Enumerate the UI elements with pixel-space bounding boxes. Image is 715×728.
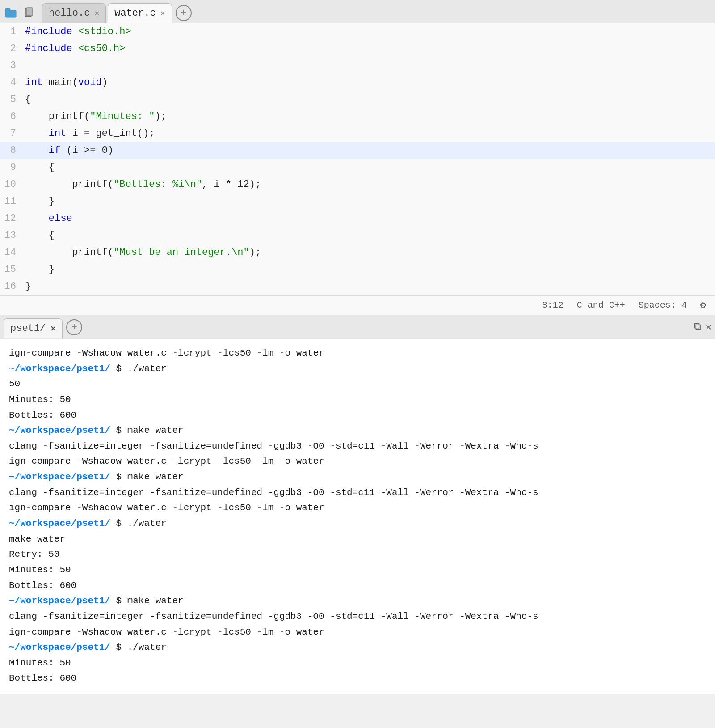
- files-icon[interactable]: [21, 6, 36, 20]
- line-content-5: {: [23, 91, 715, 108]
- line-content-8: if (i >= 0): [23, 142, 715, 159]
- terminal-line-5: ~/workspace/pset1/ $ make water: [9, 423, 706, 439]
- terminal-cmd-19: $ ./water: [110, 642, 167, 652]
- line-number-7: 7: [0, 125, 23, 142]
- terminal-line-18: ign-compare -Wshadow water.c -lcrypt -lc…: [9, 625, 706, 640]
- terminal-line-9: clang -fsanitize=integer -fsanitize=unde…: [9, 485, 706, 501]
- editor-add-tab-button[interactable]: +: [176, 5, 192, 21]
- code-line-4: 4int main(void): [0, 74, 715, 91]
- code-line-5: 5{: [0, 91, 715, 108]
- code-line-7: 7 int i = get_int();: [0, 125, 715, 142]
- terminal-cmd-8: $ make water: [110, 472, 184, 482]
- code-line-9: 9 {: [0, 159, 715, 176]
- terminal-line-4: Bottles: 600: [9, 408, 706, 423]
- terminal-prompt-8: ~/workspace/pset1/: [9, 472, 110, 482]
- editor-status-bar: 8:12 C and C++ Spaces: 4 ⚙: [0, 295, 715, 315]
- line-number-1: 1: [0, 23, 23, 40]
- terminal-tab-bar: pset1/ ✕ + ⧉ ✕: [0, 315, 715, 339]
- code-editor[interactable]: 1#include <stdio.h>2#include <cs50.h>34i…: [0, 23, 715, 295]
- svg-rect-1: [26, 8, 33, 16]
- terminal-add-tab-icon: +: [72, 322, 77, 333]
- terminal-line-13: Retry: 50: [9, 547, 706, 563]
- terminal-tab-left: pset1/ ✕ +: [4, 318, 82, 338]
- line-content-6: printf("Minutes: ");: [23, 108, 715, 125]
- tab-water-c-label: water.c: [114, 8, 156, 19]
- settings-gear-icon[interactable]: ⚙: [700, 299, 706, 311]
- line-number-4: 4: [0, 74, 23, 91]
- line-content-11: }: [23, 193, 715, 210]
- line-number-10: 10: [0, 176, 23, 193]
- terminal-close-icon[interactable]: ✕: [706, 321, 711, 333]
- line-number-11: 11: [0, 193, 23, 210]
- cursor-position: 8:12: [542, 300, 564, 310]
- terminal-tab-label: pset1/: [10, 323, 46, 334]
- code-line-14: 14 printf("Must be an integer.\n");: [0, 244, 715, 261]
- terminal-line-0: ign-compare -Wshadow water.c -lcrypt -lc…: [9, 346, 706, 361]
- terminal-line-21: Bottles: 600: [9, 671, 706, 686]
- line-content-2: #include <cs50.h>: [23, 40, 715, 57]
- line-number-13: 13: [0, 227, 23, 244]
- line-content-3: [23, 57, 715, 74]
- terminal-prompt-5: ~/workspace/pset1/: [9, 425, 110, 436]
- terminal-container: pset1/ ✕ + ⧉ ✕ ign-compare -Wshadow wate…: [0, 315, 715, 694]
- terminal-tab-pset1[interactable]: pset1/ ✕: [4, 318, 63, 338]
- terminal-tab-close[interactable]: ✕: [50, 322, 56, 334]
- folder-icon[interactable]: [4, 6, 18, 20]
- line-content-1: #include <stdio.h>: [23, 23, 715, 40]
- terminal-cmd-11: $ ./water: [110, 518, 167, 529]
- terminal-line-11: ~/workspace/pset1/ $ ./water: [9, 516, 706, 532]
- line-number-3: 3: [0, 57, 23, 74]
- code-line-3: 3: [0, 57, 715, 74]
- code-line-11: 11 }: [0, 193, 715, 210]
- line-number-16: 16: [0, 278, 23, 295]
- code-line-13: 13 {: [0, 227, 715, 244]
- terminal-line-12: make water: [9, 532, 706, 547]
- code-line-2: 2#include <cs50.h>: [0, 40, 715, 57]
- tab-hello-c-close[interactable]: ✕: [94, 9, 99, 17]
- tab-hello-c-label: hello.c: [49, 8, 90, 19]
- terminal-prompt-1: ~/workspace/pset1/: [9, 364, 110, 374]
- terminal-prompt-11: ~/workspace/pset1/: [9, 518, 110, 529]
- terminal-line-8: ~/workspace/pset1/ $ make water: [9, 470, 706, 485]
- line-content-12: else: [23, 210, 715, 227]
- line-content-4: int main(void): [23, 74, 715, 91]
- tab-hello-c[interactable]: hello.c ✕: [42, 3, 106, 23]
- terminal-cmd-16: $ make water: [110, 596, 184, 606]
- code-line-6: 6 printf("Minutes: ");: [0, 108, 715, 125]
- toolbar-icons: [4, 6, 36, 20]
- editor-container: hello.c ✕ water.c ✕ + 1#include <stdio.h…: [0, 0, 715, 315]
- terminal-line-3: Minutes: 50: [9, 392, 706, 408]
- terminal-line-1: ~/workspace/pset1/ $ ./water: [9, 361, 706, 377]
- code-line-10: 10 printf("Bottles: %i\n", i * 12);: [0, 176, 715, 193]
- terminal-line-16: ~/workspace/pset1/ $ make water: [9, 593, 706, 609]
- terminal-prompt-16: ~/workspace/pset1/: [9, 596, 110, 606]
- line-number-9: 9: [0, 159, 23, 176]
- line-number-15: 15: [0, 261, 23, 278]
- terminal-add-tab-button[interactable]: +: [66, 319, 82, 335]
- terminal-line-19: ~/workspace/pset1/ $ ./water: [9, 640, 706, 656]
- line-content-9: {: [23, 159, 715, 176]
- terminal-line-20: Minutes: 50: [9, 656, 706, 671]
- code-line-1: 1#include <stdio.h>: [0, 23, 715, 40]
- language-mode: C and C++: [577, 300, 625, 310]
- code-line-12: 12 else: [0, 210, 715, 227]
- tab-water-c-close[interactable]: ✕: [160, 9, 165, 17]
- terminal-output[interactable]: ign-compare -Wshadow water.c -lcrypt -lc…: [0, 339, 715, 694]
- line-number-12: 12: [0, 210, 23, 227]
- editor-tab-bar: hello.c ✕ water.c ✕ +: [0, 0, 715, 23]
- tab-water-c[interactable]: water.c ✕: [108, 3, 172, 23]
- code-line-16: 16}: [0, 278, 715, 295]
- terminal-line-7: ign-compare -Wshadow water.c -lcrypt -lc…: [9, 454, 706, 470]
- line-content-10: printf("Bottles: %i\n", i * 12);: [23, 176, 715, 193]
- terminal-prompt-19: ~/workspace/pset1/: [9, 642, 110, 652]
- terminal-line-10: ign-compare -Wshadow water.c -lcrypt -lc…: [9, 500, 706, 516]
- line-content-16: }: [23, 278, 715, 295]
- line-content-14: printf("Must be an integer.\n");: [23, 244, 715, 261]
- code-line-15: 15 }: [0, 261, 715, 278]
- terminal-line-17: clang -fsanitize=integer -fsanitize=unde…: [9, 609, 706, 625]
- line-number-6: 6: [0, 108, 23, 125]
- terminal-cmd-1: $ ./water: [110, 364, 167, 374]
- terminal-copy-icon[interactable]: ⧉: [694, 321, 701, 333]
- spaces-setting: Spaces: 4: [639, 300, 687, 310]
- code-line-8: 8 if (i >= 0): [0, 142, 715, 159]
